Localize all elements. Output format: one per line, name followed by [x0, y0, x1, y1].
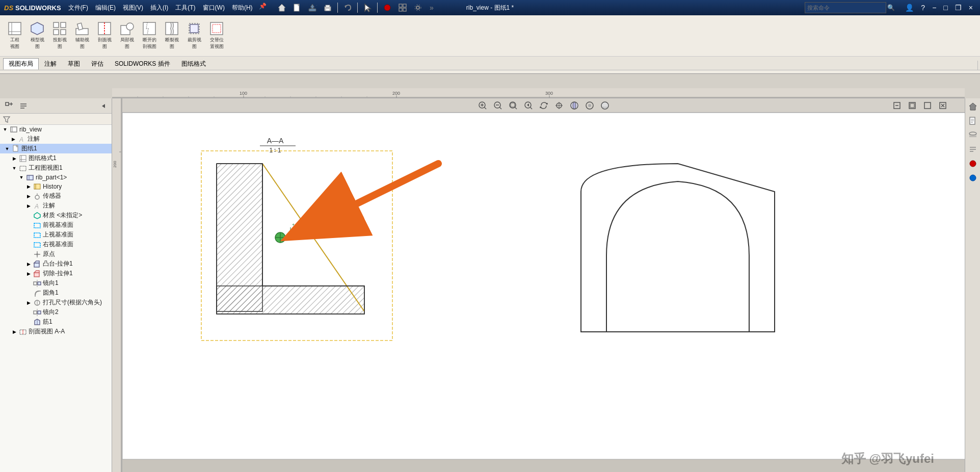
menu-file[interactable]: 文件(F): [65, 3, 91, 13]
tree-item-origin[interactable]: 原点: [0, 249, 112, 259]
toolbar-more[interactable]: »: [426, 1, 440, 14]
canvas-close-btn[interactable]: [936, 99, 949, 112]
tree-item-fillet1[interactable]: 圆角1: [0, 288, 112, 298]
toolbar-model-view[interactable]: 模型视图: [27, 27, 48, 45]
menu-view[interactable]: 视图(V): [120, 3, 146, 13]
restore-btn[interactable]: ❐: [952, 3, 965, 13]
toolbar-break-view[interactable]: 断裂视图: [161, 27, 182, 45]
rs-layers-btn[interactable]: [967, 129, 979, 141]
ctb-shade[interactable]: [568, 99, 581, 112]
toolbar-select[interactable]: [360, 1, 375, 14]
toolbar-crop-view[interactable]: 裁剪视图: [183, 27, 205, 45]
rs-blue-circle-btn[interactable]: [967, 172, 979, 184]
ctb-view-options[interactable]: [583, 99, 596, 112]
canvas-minimize-btn[interactable]: [890, 99, 904, 112]
ctb-zoom-out[interactable]: [491, 99, 505, 112]
tree-toggle-holesize[interactable]: ▶: [25, 300, 32, 306]
tree-item-rightplane[interactable]: 右视基准面: [0, 240, 112, 249]
toolbar-detail-view[interactable]: 局部视图: [116, 27, 138, 45]
canvas-maximize-btn[interactable]: [921, 99, 934, 112]
tree-toggle-sectionaa[interactable]: ▶: [11, 329, 17, 335]
toolbar-broken-section[interactable]: 断开的剖视图: [139, 27, 160, 45]
tree-item-ann2[interactable]: ▶ A 注解: [0, 201, 112, 211]
toolbar-save-arrow[interactable]: ▼: [305, 1, 320, 14]
tab-view-layout[interactable]: 视图布局: [3, 58, 39, 70]
tree-toggle-sensor[interactable]: ▶: [25, 193, 32, 199]
tree-toggle-cutextrude1[interactable]: ▶: [25, 271, 32, 277]
minimize-btn[interactable]: −: [929, 3, 939, 13]
ctb-zoom-fit[interactable]: [507, 99, 520, 112]
rs-home-btn[interactable]: [967, 100, 979, 113]
toolbar-grid[interactable]: [395, 1, 410, 14]
tab-sheet-format[interactable]: 图纸格式: [176, 58, 211, 70]
tree-item-ribpart[interactable]: ▼ rib_part<1>: [0, 173, 112, 182]
tree-item-material[interactable]: 材质 <未指定>: [0, 211, 112, 220]
menu-pin[interactable]: 📌: [259, 3, 267, 13]
tree-item-topplane[interactable]: 上视基准面: [0, 230, 112, 240]
tree-item-sheet1[interactable]: ▼ 图纸1: [0, 144, 112, 153]
tree-toggle-sheetformat[interactable]: ▶: [11, 155, 17, 162]
tree-root-ribview[interactable]: ▼ rib_view: [0, 125, 112, 134]
close-btn[interactable]: ×: [966, 3, 976, 13]
menu-tools[interactable]: 工具(T): [172, 3, 198, 13]
rs-properties-btn[interactable]: [967, 143, 979, 155]
menu-window[interactable]: 窗口(W): [200, 3, 228, 13]
tree-item-sensor[interactable]: ▶ 传感器: [0, 191, 112, 201]
search-input[interactable]: [805, 2, 886, 13]
user-icon[interactable]: 👤: [902, 3, 917, 13]
panel-collapse-btn[interactable]: [98, 101, 109, 111]
ctb-zoom-in[interactable]: [476, 99, 489, 112]
toolbar-home[interactable]: [275, 1, 289, 14]
tree-item-mirror2[interactable]: 镜向2: [0, 307, 112, 317]
tree-item-frontplane[interactable]: 前视基准面: [0, 220, 112, 230]
toolbar-print[interactable]: [321, 1, 335, 14]
tab-sketch[interactable]: 草图: [62, 58, 86, 70]
tree-item-cut-extrude1[interactable]: ▶ 切除-拉伸1: [0, 269, 112, 278]
toolbar-alt-position[interactable]: 交替位置视图: [206, 27, 227, 45]
tab-annotation[interactable]: 注解: [39, 58, 62, 70]
tree-toggle-ribview[interactable]: ▼: [2, 126, 8, 133]
tree-item-boss-extrude1[interactable]: ▶ 凸台-拉伸1: [0, 259, 112, 269]
toolbar-undo[interactable]: [340, 1, 355, 14]
tree-toggle-ann2[interactable]: ▶: [25, 203, 32, 209]
tree-item-drawingview1[interactable]: ▼ 工程图视图1: [0, 163, 112, 173]
ctb-pan[interactable]: [552, 99, 566, 112]
rs-red-circle-btn[interactable]: [967, 158, 979, 170]
help-btn[interactable]: ?: [918, 3, 928, 13]
tree-toggle-sheet1[interactable]: ▼: [4, 146, 10, 152]
tree-toggle-drawingview1[interactable]: ▼: [11, 165, 17, 171]
tree-toggle-ann1[interactable]: ▶: [10, 136, 16, 142]
tree-view-btn[interactable]: [3, 100, 15, 112]
toolbar-new[interactable]: [290, 1, 304, 14]
tree-toggle-bossextrude1[interactable]: ▶: [25, 261, 32, 267]
tab-solidworks-plugins[interactable]: SOLIDWORKS 插件: [109, 58, 176, 70]
menu-insert[interactable]: 插入(I): [147, 3, 171, 13]
menu-edit[interactable]: 编辑(E): [92, 3, 119, 13]
tab-evaluate[interactable]: 评估: [86, 58, 109, 70]
canvas-restore-btn[interactable]: [906, 99, 919, 112]
ctb-more-options[interactable]: ...: [598, 99, 612, 112]
search-icon[interactable]: 🔍: [887, 4, 895, 11]
toolbar-section-view[interactable]: 剖面视图: [94, 27, 115, 45]
toolbar-settings[interactable]: [411, 1, 425, 14]
tree-toggle-history[interactable]: ▶: [25, 183, 32, 190]
feature-tree[interactable]: ▼ rib_view ▶ A 注解 ▼ 图纸1 ▶ 图纸格式1: [0, 125, 112, 472]
toolbar-aux-view[interactable]: 辅助视图: [71, 27, 93, 45]
tree-item-sectionaa[interactable]: ▶ 剖面视图 A-A: [0, 327, 112, 336]
tree-item-history[interactable]: ▶ History: [0, 182, 112, 191]
toolbar-drawing-view[interactable]: 工程视图: [4, 27, 25, 45]
tree-item-holesize[interactable]: ▶ 打孔尺寸(根据六角头): [0, 298, 112, 307]
toolbar-red-dot[interactable]: [380, 1, 394, 14]
ctb-zoom-previous[interactable]: [522, 99, 535, 112]
menu-help[interactable]: 帮助(H): [229, 3, 256, 13]
drawing-canvas-area[interactable]: 200: [112, 98, 965, 472]
property-view-btn[interactable]: [17, 100, 30, 112]
tree-item-annotations1[interactable]: ▶ A 注解: [0, 134, 112, 144]
maximize-btn[interactable]: □: [940, 3, 950, 13]
tree-item-rib1[interactable]: 筋1: [0, 317, 112, 327]
rs-document-btn[interactable]: [967, 115, 979, 127]
tree-item-mirror1[interactable]: 镜向1: [0, 278, 112, 288]
toolbar-project-view[interactable]: 投影视图: [49, 27, 70, 45]
tree-toggle-ribpart[interactable]: ▼: [18, 174, 24, 180]
ctb-rotate[interactable]: [537, 99, 550, 112]
